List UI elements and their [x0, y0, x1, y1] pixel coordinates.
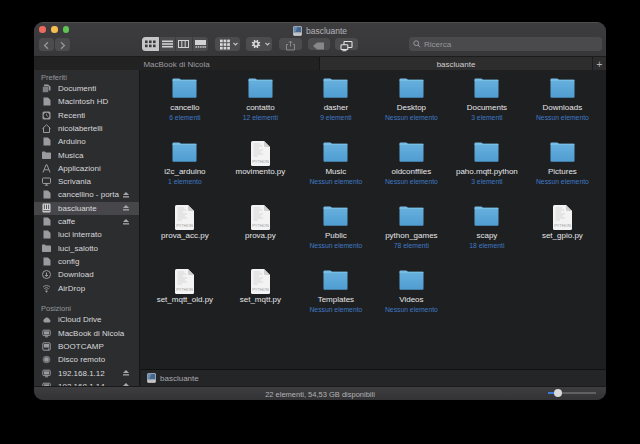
- svg-text:PYTHON: PYTHON: [252, 159, 269, 164]
- svg-text:PYTHON: PYTHON: [177, 223, 194, 228]
- svg-text:PYTHON: PYTHON: [554, 223, 571, 228]
- svg-text:PYTHON: PYTHON: [252, 287, 269, 292]
- svg-text:PYTHON: PYTHON: [252, 223, 269, 228]
- svg-text:PYTHON: PYTHON: [177, 287, 194, 292]
